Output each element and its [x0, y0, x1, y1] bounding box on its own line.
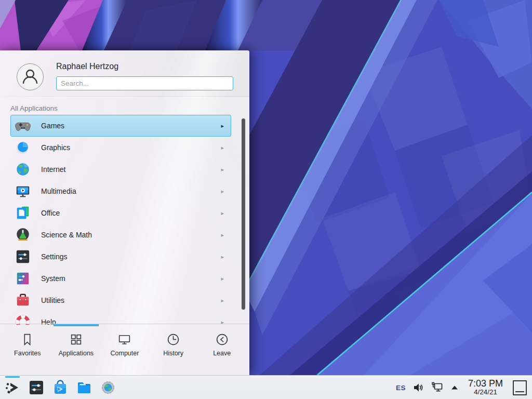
discover-launcher[interactable]: [52, 379, 69, 396]
tab-leave[interactable]: Leave: [197, 329, 246, 365]
category-settings[interactable]: Settings ▸: [10, 246, 231, 268]
category-games[interactable]: Games ▸: [10, 115, 231, 137]
volume-icon[interactable]: [413, 382, 424, 393]
submenu-arrow-icon: ▸: [221, 297, 224, 304]
user-avatar[interactable]: [17, 63, 44, 90]
tab-applications[interactable]: Applications: [52, 329, 101, 365]
desktop: Raphael Hertzog All Applications: [0, 0, 532, 399]
office-icon: [15, 205, 31, 221]
user-name: Raphael Hertzog: [56, 62, 118, 71]
tab-label: Computer: [111, 350, 139, 357]
clock-date: 4/24/21: [474, 389, 497, 396]
tab-label: History: [163, 350, 183, 357]
computer-icon: [117, 332, 131, 347]
active-launcher-indicator: [5, 376, 20, 378]
submenu-arrow-icon: ▸: [221, 232, 224, 238]
tab-computer[interactable]: Computer: [100, 329, 149, 365]
category-label: Multimedia: [41, 187, 76, 195]
science-icon: [15, 227, 31, 243]
system-settings-icon: [28, 379, 45, 396]
search-input[interactable]: [56, 76, 233, 90]
graphics-icon: [15, 139, 31, 156]
folder-icon: [76, 379, 92, 396]
tab-label: Leave: [213, 350, 231, 357]
internet-icon: [15, 161, 31, 178]
network-icon[interactable]: [431, 381, 444, 394]
leave-icon: [215, 332, 229, 347]
category-label: Graphics: [41, 143, 70, 152]
category-label: Science & Math: [41, 231, 92, 239]
application-launcher-menu: Raphael Hertzog All Applications: [0, 50, 249, 375]
tab-label: Favorites: [14, 350, 41, 357]
category-graphics[interactable]: Graphics ▸: [10, 137, 231, 158]
settings-icon: [15, 248, 31, 265]
category-label: Office: [41, 209, 60, 217]
favorites-icon: [20, 332, 34, 347]
application-launcher-icon: [4, 379, 21, 396]
system-settings-launcher[interactable]: [28, 379, 45, 396]
history-icon: [166, 332, 180, 347]
web-browser-launcher[interactable]: [100, 379, 116, 396]
submenu-arrow-icon: ▸: [221, 210, 224, 217]
category-label: System: [41, 274, 65, 283]
tab-history[interactable]: History: [149, 329, 198, 365]
show-desktop-button[interactable]: [513, 380, 527, 395]
applications-icon: [69, 332, 83, 347]
submenu-arrow-icon: ▸: [221, 166, 224, 173]
section-label: All Applications: [10, 104, 58, 112]
file-manager-launcher[interactable]: [76, 379, 92, 396]
category-help[interactable]: Help ▸: [10, 311, 231, 325]
application-launcher-button[interactable]: [4, 379, 21, 396]
category-office[interactable]: Office ▸: [10, 202, 231, 224]
multimedia-icon: [15, 183, 31, 200]
web-browser-icon: [100, 379, 116, 396]
taskbar-panel: ES 7:03 PM 4/24/21: [0, 375, 532, 399]
category-list: Games ▸ Graphics ▸: [10, 115, 231, 325]
category-science-math[interactable]: Science & Math ▸: [10, 224, 231, 246]
tab-label: Applications: [59, 350, 94, 357]
category-scrollbar[interactable]: [242, 118, 245, 310]
discover-icon: [52, 379, 69, 396]
user-icon: [20, 66, 41, 87]
category-label: Internet: [41, 165, 65, 174]
system-tray: ES 7:03 PM 4/24/21: [396, 376, 532, 399]
active-tab-indicator: [54, 324, 99, 326]
submenu-arrow-icon: ▸: [221, 254, 224, 260]
games-icon: [15, 117, 31, 134]
launcher-tabbar: Favorites Applications Computer: [3, 329, 246, 365]
category-label: Utilities: [41, 296, 64, 304]
category-label: Games: [41, 122, 64, 130]
help-icon: [15, 314, 31, 325]
system-icon: [15, 270, 31, 287]
submenu-arrow-icon: ▸: [221, 275, 224, 282]
keyboard-layout-indicator[interactable]: ES: [396, 384, 406, 392]
digital-clock[interactable]: 7:03 PM 4/24/21: [468, 379, 503, 396]
category-label: Settings: [41, 252, 68, 261]
tab-favorites[interactable]: Favorites: [3, 329, 52, 365]
submenu-arrow-icon: ▸: [221, 144, 224, 151]
clock-time: 7:03 PM: [468, 379, 503, 389]
category-utilities[interactable]: Utilities ▸: [10, 289, 231, 311]
utilities-icon: [15, 292, 31, 309]
category-internet[interactable]: Internet ▸: [10, 158, 231, 180]
expand-tray-icon[interactable]: [451, 385, 458, 390]
category-system[interactable]: System ▸: [10, 268, 231, 289]
tabbar-separator: [0, 324, 249, 324]
submenu-arrow-icon: ▸: [221, 123, 224, 129]
submenu-arrow-icon: ▸: [221, 188, 224, 195]
category-multimedia[interactable]: Multimedia ▸: [10, 180, 231, 202]
